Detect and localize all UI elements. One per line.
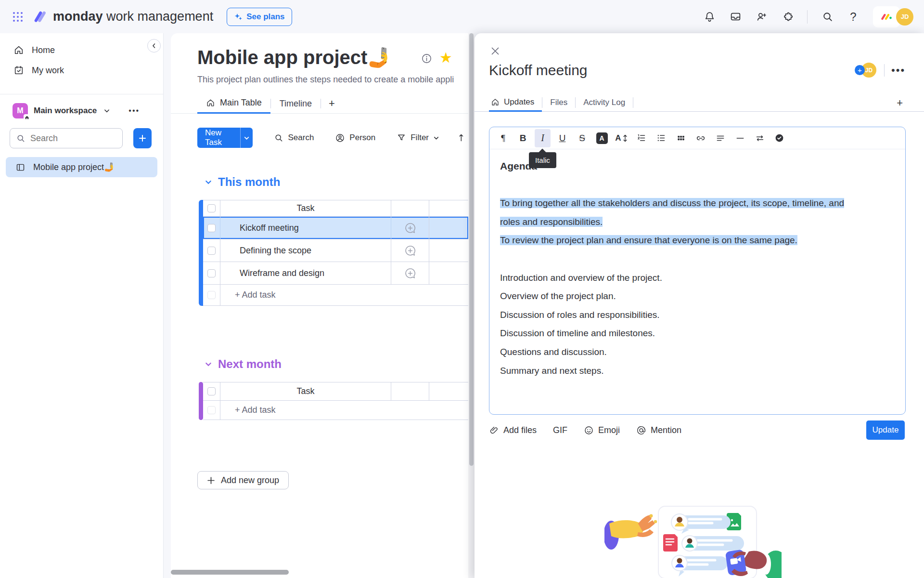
group-header-next-month[interactable]: Next month (205, 357, 282, 371)
group-title[interactable]: This month (218, 175, 280, 189)
board-info-icon[interactable] (421, 53, 432, 64)
group-title[interactable]: Next month (218, 357, 282, 371)
user-avatar[interactable]: JD (896, 8, 913, 26)
monday-logo[interactable]: monday work management (32, 9, 213, 24)
person-icon (335, 133, 345, 143)
favorite-star-icon[interactable]: ★ (439, 49, 452, 66)
search-icon[interactable] (821, 11, 834, 23)
see-plans-button[interactable]: See plans (227, 8, 292, 26)
horizontal-scrollbar-thumb[interactable] (171, 570, 289, 575)
workspace-selector[interactable]: M Main workspace ••• (5, 101, 158, 120)
tab-updates[interactable]: Updates (489, 94, 542, 112)
add-files-button[interactable]: Add files (489, 425, 537, 435)
sidebar-search-input[interactable] (30, 133, 112, 144)
sidebar-collapse-button[interactable] (147, 39, 161, 53)
board-filter-button[interactable]: Filter (397, 133, 439, 143)
chevron-down-icon[interactable] (205, 360, 212, 368)
ordered-list-button[interactable] (633, 129, 649, 147)
row-checkbox[interactable] (207, 224, 216, 232)
add-new-group-button[interactable]: Add new group (197, 471, 289, 489)
text-color-button[interactable]: A (594, 129, 610, 147)
apps-marketplace-puzzle-icon[interactable] (781, 11, 794, 23)
tab-main-table[interactable]: Main Table (197, 94, 270, 114)
topbar-divider (807, 10, 808, 24)
task-name[interactable]: Kickoff meeting (220, 217, 391, 239)
text-direction-button[interactable] (752, 129, 768, 147)
board-icon (15, 162, 26, 172)
italic-button[interactable]: I (535, 129, 551, 147)
row-checkbox[interactable] (207, 269, 216, 277)
add-update-chat-icon[interactable] (404, 244, 417, 257)
sidebar-item-board[interactable]: Mobile app project🤳 (6, 157, 157, 177)
tab-activity-log[interactable]: Activity Log (576, 94, 633, 112)
horizontal-rule-button[interactable] (732, 129, 748, 147)
notifications-bell-icon[interactable] (703, 11, 716, 23)
board-sort-button[interactable] (458, 132, 468, 143)
add-board-button[interactable] (133, 128, 152, 148)
emoji-button[interactable]: Emoji (584, 425, 620, 435)
gif-button[interactable]: GIF (553, 425, 567, 435)
text-size-button[interactable]: A (614, 129, 629, 147)
board-title[interactable]: Mobile app project🤳 (197, 46, 391, 69)
tab-timeline[interactable]: Timeline (271, 94, 321, 114)
tab-files[interactable]: Files (542, 94, 575, 112)
profile-menu[interactable]: JD (873, 6, 913, 27)
bullet-list-button[interactable] (653, 129, 669, 147)
underline-button[interactable]: U (554, 129, 570, 147)
workspace-home-badge-icon (24, 114, 30, 121)
help-icon[interactable]: ? (847, 11, 860, 23)
column-header-task[interactable]: Task (220, 200, 391, 216)
bold-button[interactable]: B (515, 129, 531, 147)
row-checkbox[interactable] (207, 247, 216, 255)
board-search-button[interactable]: Search (274, 133, 314, 143)
sidebar-item-home[interactable]: Home (5, 40, 158, 60)
new-task-button[interactable]: New Task (197, 128, 253, 148)
column-header-task[interactable]: Task (220, 382, 391, 400)
add-view-button[interactable]: + (321, 97, 343, 110)
task-name[interactable]: Defining the scope (220, 239, 391, 262)
chevron-down-icon[interactable] (103, 107, 110, 114)
board-description[interactable]: This project plan outlines the steps nee… (197, 75, 454, 85)
board-person-filter-button[interactable]: Person (335, 133, 375, 143)
mention-button[interactable]: Mention (636, 425, 681, 435)
board-link-label: Mobile app project🤳 (33, 162, 115, 172)
table-row-kickoff-meeting[interactable]: Kickoff meeting (203, 217, 468, 239)
strikethrough-button[interactable]: S (574, 129, 590, 147)
apps-grid-icon[interactable] (11, 10, 25, 24)
select-all-checkbox[interactable] (207, 204, 216, 212)
item-options-icon[interactable]: ••• (891, 68, 905, 73)
add-task-row[interactable]: + Add task (203, 401, 468, 420)
calendar-check-icon (13, 65, 24, 76)
sidebar-item-my-work[interactable]: My work (5, 60, 158, 80)
at-mention-icon (636, 425, 646, 435)
select-all-checkbox[interactable] (207, 387, 216, 395)
add-subscriber-icon[interactable]: + (855, 65, 865, 75)
task-name[interactable]: Wireframe and design (220, 262, 391, 284)
invite-members-icon[interactable] (755, 11, 768, 23)
paragraph-style-button[interactable]: ¶ (495, 129, 511, 147)
align-button[interactable] (712, 129, 728, 147)
inbox-icon[interactable] (729, 11, 742, 23)
add-task-row[interactable]: + Add task (203, 285, 468, 306)
table-button[interactable] (673, 129, 689, 147)
update-submit-button[interactable]: Update (866, 420, 905, 440)
new-task-dropdown[interactable] (240, 128, 253, 148)
table-row-defining-the-scope[interactable]: Defining the scope (203, 239, 468, 262)
checklist-button[interactable] (771, 129, 787, 147)
link-button[interactable] (693, 129, 708, 147)
group-header-this-month[interactable]: This month (205, 175, 280, 189)
chevron-down-icon[interactable] (205, 178, 212, 186)
add-update-chat-icon[interactable] (404, 222, 417, 235)
add-tab-button[interactable]: + (897, 94, 903, 112)
add-update-chat-icon[interactable] (404, 267, 417, 280)
add-task-label[interactable]: + Add task (220, 285, 391, 305)
item-title[interactable]: Kickoff meeting (489, 62, 588, 79)
table-row-wireframe-and-design[interactable]: Wireframe and design (203, 262, 468, 285)
vertical-scrollbar-thumb[interactable] (469, 33, 474, 466)
workspace-options-icon[interactable]: ••• (128, 106, 140, 115)
add-task-label[interactable]: + Add task (220, 401, 391, 420)
update-editor[interactable]: ¶ B I U S A A (489, 127, 906, 415)
editor-content[interactable]: Agenda To bring together all the stakeho… (489, 149, 905, 380)
close-panel-icon[interactable] (489, 45, 501, 57)
sidebar-search[interactable] (10, 128, 123, 148)
